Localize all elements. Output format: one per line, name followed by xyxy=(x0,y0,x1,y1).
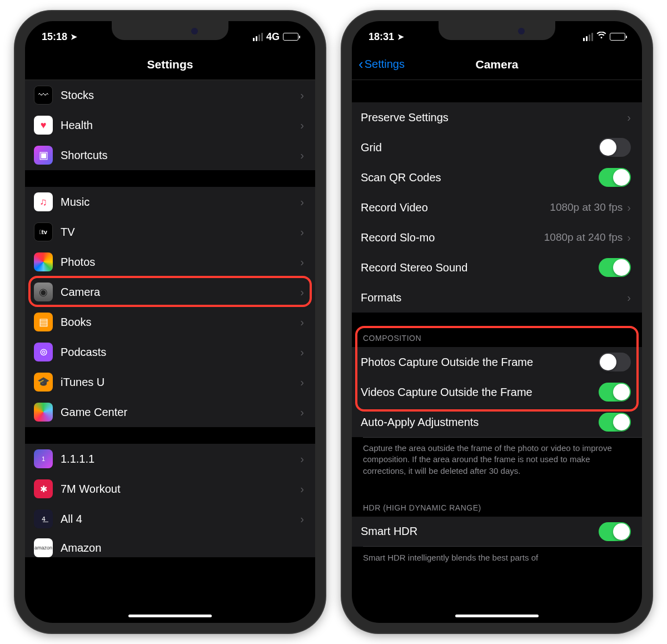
app-1111-icon: 1 xyxy=(34,449,53,468)
home-indicator[interactable] xyxy=(455,615,539,617)
toggle-grid[interactable] xyxy=(599,138,631,157)
row-itunesu[interactable]: 🎓 iTunes U › xyxy=(25,367,315,397)
row-books[interactable]: ▤ Books › xyxy=(25,307,315,337)
photos-icon xyxy=(34,252,53,271)
chevron-right-icon: › xyxy=(300,256,304,269)
status-time: 18:31 xyxy=(369,31,394,43)
chevron-right-icon: › xyxy=(300,196,304,209)
chevron-right-icon: › xyxy=(300,89,304,102)
itunesu-icon: 🎓 xyxy=(34,373,53,392)
row-7m[interactable]: ✱ 7M Workout › xyxy=(25,474,315,504)
toggle-scan-qr[interactable] xyxy=(599,168,631,187)
location-icon: ➤ xyxy=(397,32,404,41)
chevron-right-icon: › xyxy=(627,231,631,244)
chevron-right-icon: › xyxy=(627,201,631,214)
row-record-slomo[interactable]: Record Slo-mo 1080p at 240 fps › xyxy=(352,222,642,252)
screen-camera-settings: 18:31 ➤ ‹ Settings Camera Preserv xyxy=(352,21,642,623)
row-label: Stocks xyxy=(61,89,300,102)
row-label: All 4 xyxy=(61,513,300,526)
nav-bar: ‹ Settings Camera xyxy=(352,49,642,80)
row-scan-qr[interactable]: Scan QR Codes xyxy=(352,162,642,192)
row-camera[interactable]: ◉ Camera › xyxy=(25,277,315,307)
status-time: 15:18 xyxy=(42,31,67,43)
row-photos-outside-frame[interactable]: Photos Capture Outside the Frame xyxy=(352,347,642,377)
toggle-photos-outside-frame[interactable] xyxy=(599,353,631,371)
row-videos-outside-frame[interactable]: Videos Capture Outside the Frame xyxy=(352,377,642,407)
app-amazon-icon: amazon xyxy=(34,538,53,557)
row-music[interactable]: ♫ Music › xyxy=(25,187,315,217)
back-label: Settings xyxy=(365,58,405,71)
toggle-stereo-sound[interactable] xyxy=(599,258,631,277)
row-label: Scan QR Codes xyxy=(361,171,599,184)
gamecenter-icon xyxy=(34,403,53,422)
row-label: Podcasts xyxy=(61,346,300,359)
settings-list[interactable]: 〰 Stocks › ♥ Health › ▣ Shortcuts › xyxy=(25,80,315,623)
row-health[interactable]: ♥ Health › xyxy=(25,110,315,140)
row-podcasts[interactable]: ⊚ Podcasts › xyxy=(25,337,315,367)
row-amazon[interactable]: amazon Amazon xyxy=(25,534,315,557)
section-hdr: HDR (HIGH DYNAMIC RANGE) Smart HDR Smart… xyxy=(352,499,642,563)
row-preserve-settings[interactable]: Preserve Settings › xyxy=(352,102,642,132)
chevron-right-icon: › xyxy=(300,483,304,496)
chevron-right-icon: › xyxy=(300,453,304,465)
wifi-icon xyxy=(596,32,606,42)
battery-icon xyxy=(610,33,625,41)
page-title: Settings xyxy=(147,58,193,71)
row-tv[interactable]: tv TV › xyxy=(25,217,315,247)
chevron-right-icon: › xyxy=(300,286,304,299)
screen-settings: 15:18 ➤ 4G Settings 〰 Stocks › ♥ xyxy=(25,21,315,623)
chevron-right-icon: › xyxy=(627,291,631,304)
row-label: Shortcuts xyxy=(61,149,300,162)
row-smart-hdr[interactable]: Smart HDR xyxy=(352,517,642,547)
row-all4[interactable]: 4͟ All 4 › xyxy=(25,504,315,534)
row-label: Amazon xyxy=(61,542,304,554)
row-label: 1.1.1.1 xyxy=(61,453,300,465)
app-all4-icon: 4͟ xyxy=(34,509,53,528)
chevron-right-icon: › xyxy=(300,406,304,419)
page-title: Camera xyxy=(475,58,518,71)
podcasts-icon: ⊚ xyxy=(34,343,53,361)
camera-settings-list[interactable]: Preserve Settings › Grid Scan QR Codes R… xyxy=(352,80,642,623)
status-right xyxy=(583,32,625,42)
row-label: Music xyxy=(61,196,300,209)
row-label: Health xyxy=(61,119,300,132)
row-label: 7M Workout xyxy=(61,483,300,496)
home-indicator[interactable] xyxy=(128,615,212,617)
section-group: ♫ Music › tv TV › Photos › ◉ Camera xyxy=(25,187,315,427)
row-label: Smart HDR xyxy=(361,525,599,538)
chevron-right-icon: › xyxy=(300,346,304,359)
network-label: 4G xyxy=(266,31,280,43)
row-stocks[interactable]: 〰 Stocks › xyxy=(25,80,315,110)
tv-icon: tv xyxy=(34,222,53,241)
row-record-video[interactable]: Record Video 1080p at 30 fps › xyxy=(352,192,642,222)
nav-bar: Settings xyxy=(25,49,315,80)
app-7m-icon: ✱ xyxy=(34,479,53,498)
chevron-left-icon: ‹ xyxy=(359,56,364,73)
row-detail: 1080p at 30 fps xyxy=(550,201,623,214)
notch xyxy=(439,21,555,40)
row-formats[interactable]: Formats › xyxy=(352,283,642,313)
music-icon: ♫ xyxy=(34,192,53,211)
row-photos[interactable]: Photos › xyxy=(25,247,315,277)
chevron-right-icon: › xyxy=(300,316,304,329)
row-1111[interactable]: 1 1.1.1.1 › xyxy=(25,444,315,474)
signal-icon xyxy=(253,33,263,41)
row-label: Photos xyxy=(61,256,300,269)
stocks-icon: 〰 xyxy=(34,86,53,105)
row-grid[interactable]: Grid xyxy=(352,132,642,162)
signal-icon xyxy=(583,33,593,41)
toggle-smart-hdr[interactable] xyxy=(599,522,631,541)
toggle-auto-apply[interactable] xyxy=(599,413,631,432)
books-icon: ▤ xyxy=(34,313,53,331)
section-main: Preserve Settings › Grid Scan QR Codes R… xyxy=(352,102,642,313)
row-gamecenter[interactable]: Game Center › xyxy=(25,397,315,427)
shortcuts-icon: ▣ xyxy=(34,146,53,165)
row-shortcuts[interactable]: ▣ Shortcuts › xyxy=(25,140,315,170)
row-stereo-sound[interactable]: Record Stereo Sound xyxy=(352,252,642,283)
back-button[interactable]: ‹ Settings xyxy=(359,56,405,73)
row-auto-apply[interactable]: Auto-Apply Adjustments xyxy=(352,407,642,437)
phone-left: 15:18 ➤ 4G Settings 〰 Stocks › ♥ xyxy=(15,11,325,633)
toggle-videos-outside-frame[interactable] xyxy=(599,383,631,402)
section-group: 〰 Stocks › ♥ Health › ▣ Shortcuts › xyxy=(25,80,315,170)
row-label: Record Stereo Sound xyxy=(361,261,599,274)
